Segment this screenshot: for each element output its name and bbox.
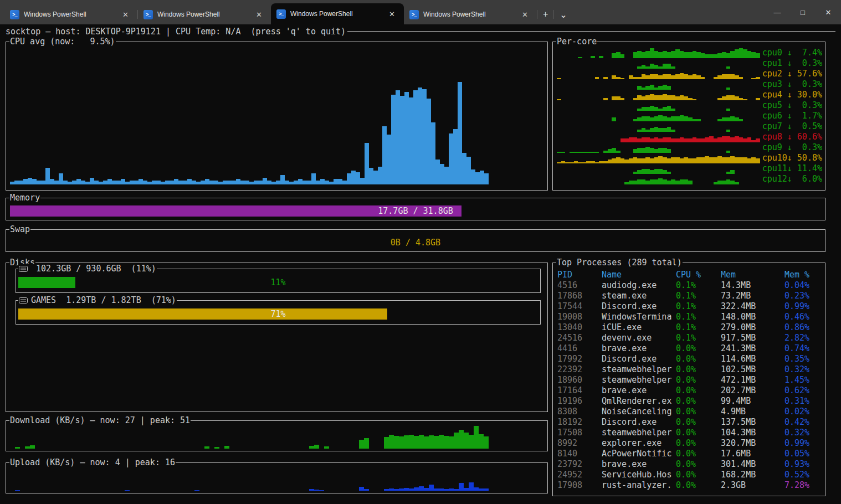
spark-bar <box>730 181 735 184</box>
bar <box>28 178 32 185</box>
spark-bar <box>680 115 684 121</box>
tab-windows-powershell[interactable]: >_Windows PowerShell✕ <box>4 4 137 24</box>
spark-bar <box>586 161 591 164</box>
spark-bar <box>624 138 629 142</box>
bar <box>409 435 414 449</box>
bar <box>309 446 314 449</box>
bar <box>389 435 394 449</box>
spark-bar <box>680 73 684 79</box>
spark-bar <box>730 51 735 59</box>
bar <box>196 182 201 184</box>
spark-bar <box>633 172 638 174</box>
process-row: 24516devenv.exe0.1%917.5MB2.82% <box>553 333 825 343</box>
bar <box>232 181 236 185</box>
bar <box>351 171 356 184</box>
process-mem-percent: 0.62% <box>784 385 809 396</box>
socktop-title-text: socktop — host: DESKTOP-9P19121 | CPU Te… <box>6 27 346 37</box>
spark-bar <box>603 161 608 164</box>
spark-bar <box>747 137 752 142</box>
spark-bar <box>735 75 739 79</box>
bar <box>125 182 130 184</box>
process-mem-percent: 0.42% <box>784 417 809 428</box>
bar <box>462 153 466 185</box>
spark-bar <box>717 53 722 58</box>
spark-bar <box>696 52 701 58</box>
disks-panel: Disks 102.3GB / 930.6GB (11%)11%GAMES 1.… <box>6 263 548 412</box>
bar <box>427 99 431 184</box>
spark-bar <box>603 98 608 101</box>
disk-icon <box>19 297 28 304</box>
spark-bar <box>642 65 646 69</box>
new-tab-button[interactable]: + <box>537 4 553 24</box>
spark-bar <box>696 138 701 142</box>
terminal-screen[interactable]: socktop — host: DESKTOP-9P19121 | CPU Te… <box>0 24 841 504</box>
bar <box>418 88 422 184</box>
process-cpu: 0.0% <box>676 343 696 354</box>
spark-bar <box>658 156 663 164</box>
process-pid: 24516 <box>557 333 582 343</box>
bar <box>449 488 454 491</box>
spark-bar <box>645 137 650 142</box>
process-mem-percent: 0.35% <box>784 354 809 364</box>
core-sparkline <box>557 80 760 90</box>
process-pid: 17992 <box>557 354 582 364</box>
close-button[interactable]: ✕ <box>816 0 841 24</box>
minimize-button[interactable]: — <box>765 0 790 24</box>
process-mem-percent: 0.46% <box>784 312 809 322</box>
process-name: Discord.exe <box>602 354 674 364</box>
spark-bar <box>637 117 642 121</box>
process-name: steamwebhelper <box>602 364 674 375</box>
process-cpu: 0.1% <box>676 322 696 333</box>
spark-bar <box>751 157 756 163</box>
close-tab-icon[interactable]: ✕ <box>119 9 132 20</box>
spark-bar <box>578 162 582 163</box>
bar <box>479 488 484 491</box>
bar <box>63 181 68 185</box>
spark-bar <box>570 162 574 163</box>
core-sparkline <box>557 111 760 121</box>
spark-bar <box>642 128 646 132</box>
spark-bar <box>621 158 625 163</box>
bar <box>459 430 464 449</box>
download-chart <box>10 424 489 449</box>
bar <box>409 97 413 185</box>
spark-bar <box>574 161 578 164</box>
spark-bar <box>591 152 595 153</box>
spark-bar <box>684 52 688 58</box>
bar <box>469 435 474 449</box>
spark-bar <box>658 148 663 153</box>
spark-bar <box>586 152 591 153</box>
close-tab-icon[interactable]: ✕ <box>386 9 398 19</box>
process-mem-percent: 0.52% <box>784 470 809 480</box>
tab-windows-powershell[interactable]: >_Windows PowerShell✕ <box>404 4 537 24</box>
spark-bar <box>671 75 675 79</box>
close-tab-icon[interactable]: ✕ <box>519 9 531 20</box>
bar <box>276 181 280 185</box>
spark-bar <box>663 116 667 121</box>
tab-windows-powershell[interactable]: >_Windows PowerShell✕ <box>138 4 271 24</box>
spark-bar <box>667 117 671 121</box>
spark-bar <box>654 88 659 90</box>
spark-bar <box>688 117 693 121</box>
process-pid: 17508 <box>557 428 582 438</box>
maximize-button[interactable]: □ <box>790 0 816 24</box>
bar <box>236 179 240 184</box>
spark-bar <box>637 170 642 174</box>
spark-bar <box>565 162 570 163</box>
tab-windows-powershell[interactable]: >_Windows PowerShell✕ <box>271 3 404 24</box>
spark-bar <box>726 117 731 121</box>
process-pid: 19008 <box>557 312 582 322</box>
spark-bar <box>671 116 675 121</box>
spark-bar <box>654 127 659 132</box>
window-titlebar[interactable]: >_Windows PowerShell✕>_Windows PowerShel… <box>0 0 841 24</box>
bar <box>449 436 454 449</box>
tab-label: Windows PowerShell <box>24 11 115 18</box>
bar <box>469 482 474 491</box>
process-row: 17164brave.exe0.0%202.7MB0.62% <box>553 385 825 396</box>
spark-bar <box>637 148 642 153</box>
close-tab-icon[interactable]: ✕ <box>253 9 265 20</box>
bar <box>81 181 85 185</box>
process-row: 19196QmlRenderer.ex0.0%99.4MB0.31% <box>553 396 825 407</box>
spark-bar <box>739 119 743 122</box>
tab-dropdown-button[interactable]: ⌄ <box>554 4 572 24</box>
